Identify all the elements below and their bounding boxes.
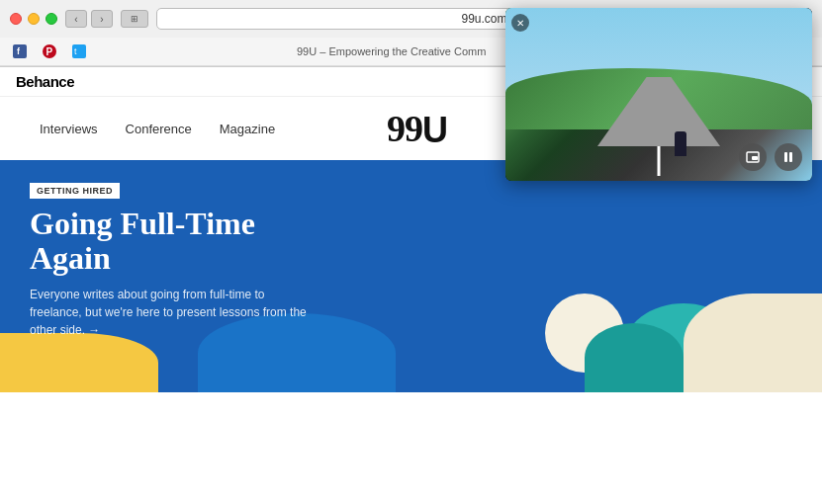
svg-rect-8 <box>784 152 787 162</box>
nav-left-links: Interviews Conference Magazine <box>40 122 275 136</box>
twitter-icon[interactable]: t <box>69 42 89 61</box>
teal-mountain-shape-2 <box>585 323 684 392</box>
minimize-window-button[interactable] <box>28 13 40 25</box>
behance-logo: Behance <box>16 73 74 90</box>
nav-magazine-link[interactable]: Magazine <box>220 122 275 136</box>
maximize-window-button[interactable] <box>46 13 57 25</box>
back-button[interactable]: ‹ <box>65 10 87 28</box>
pinterest-icon[interactable]: P <box>40 42 59 61</box>
tab-title: 99U – Empowering the Creative Comm <box>297 45 486 57</box>
hero-badge: GETTING HIRED <box>30 183 120 199</box>
nav-conference-link[interactable]: Conference <box>126 122 192 136</box>
svg-text:P: P <box>46 46 53 57</box>
video-skater <box>675 131 686 156</box>
hero-title: Going Full-Time Again <box>30 207 307 276</box>
hero-content: GETTING HIRED Going Full-Time Again Ever… <box>30 180 307 339</box>
logo-u: U <box>422 110 447 151</box>
hero-description: Everyone writes about going from full-ti… <box>30 286 307 339</box>
site-logo: 99 U <box>387 107 447 150</box>
video-controls <box>739 143 802 171</box>
svg-rect-0 <box>13 44 27 58</box>
yellow-shape <box>0 333 158 392</box>
svg-rect-7 <box>752 156 758 160</box>
browser-nav-buttons: ‹ › <box>65 10 113 28</box>
video-close-button[interactable]: ✕ <box>511 14 529 32</box>
pause-button[interactable] <box>775 143 802 171</box>
traffic-lights <box>10 13 57 25</box>
logo-text: 99 <box>387 107 422 150</box>
nav-interviews-link[interactable]: Interviews <box>40 122 98 136</box>
video-popup: ✕ <box>505 8 812 181</box>
facebook-icon[interactable]: f <box>10 42 30 61</box>
video-road-line <box>658 146 661 176</box>
tab-view-button[interactable]: ⊞ <box>121 10 148 28</box>
svg-rect-9 <box>789 152 792 162</box>
forward-button[interactable]: › <box>91 10 113 28</box>
picture-in-picture-button[interactable] <box>739 143 767 171</box>
right-mountain-shape <box>684 294 822 392</box>
close-window-button[interactable] <box>10 13 22 25</box>
hero-section: GETTING HIRED Going Full-Time Again Ever… <box>0 160 822 392</box>
